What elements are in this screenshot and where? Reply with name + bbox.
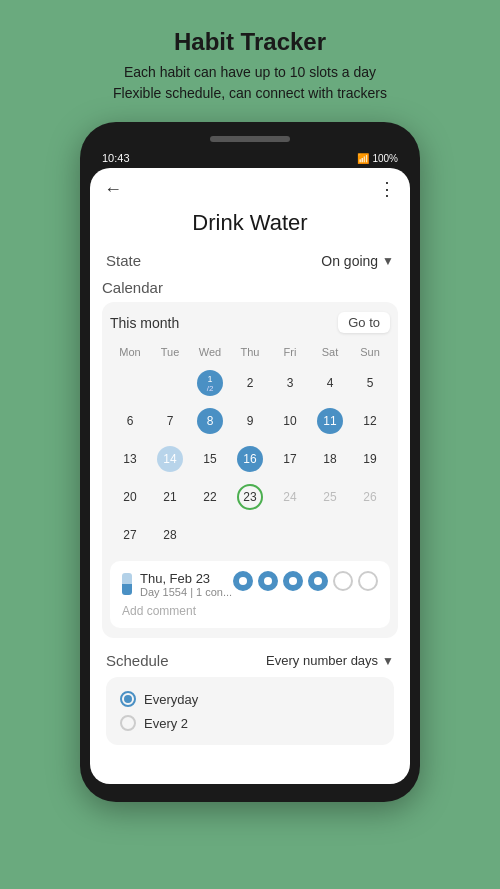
schedule-section: Schedule Every number days ▼ Everyday Ev… [90, 646, 410, 751]
calendar-label: Calendar [102, 279, 398, 296]
date-circle: 27 [117, 522, 143, 548]
date-circle: 2 [237, 370, 263, 396]
cal-cell[interactable]: 14 [150, 441, 190, 477]
cal-cell[interactable]: 10 [270, 403, 310, 439]
screen: ← ⋮ Drink Water State On going ▼ Calenda… [90, 168, 410, 784]
cal-cell[interactable]: 2 [230, 365, 270, 401]
header-sat: Sat [310, 341, 350, 363]
header-fri: Fri [270, 341, 310, 363]
cal-cell[interactable]: 18 [310, 441, 350, 477]
date-circle: 18 [317, 446, 343, 472]
cal-cell[interactable]: 9 [230, 403, 270, 439]
cal-row-1: 1 /2 2 3 4 5 [110, 365, 390, 401]
cal-cell[interactable]: 16 [230, 441, 270, 477]
every2-radio[interactable] [120, 715, 136, 731]
cal-cell[interactable]: 26 [350, 479, 390, 515]
cal-cell[interactable]: 12 [350, 403, 390, 439]
cal-row-3: 13 14 15 16 17 18 19 [110, 441, 390, 477]
cal-cell[interactable]: 23 [230, 479, 270, 515]
date-circle: 24 [277, 484, 303, 510]
schedule-label: Schedule [106, 652, 169, 669]
slot-1[interactable] [233, 571, 253, 591]
schedule-row: Schedule Every number days ▼ [106, 652, 394, 669]
date-circle: 8 [197, 408, 223, 434]
calendar-box: This month Go to Mon Tue Wed Thu Fri Sat… [102, 302, 398, 638]
header-wed: Wed [190, 341, 230, 363]
date-circle-today: 23 [237, 484, 263, 510]
date-circle: 26 [357, 484, 383, 510]
date-circle: 16 [237, 446, 263, 472]
add-comment[interactable]: Add comment [122, 604, 378, 618]
cal-cell[interactable]: 17 [270, 441, 310, 477]
cal-cell [310, 517, 350, 553]
cal-cell[interactable] [150, 365, 190, 401]
cal-cell[interactable]: 24 [270, 479, 310, 515]
header-tue: Tue [150, 341, 190, 363]
signal-icon: 📶 [357, 153, 369, 164]
cal-cell[interactable]: 3 [270, 365, 310, 401]
date-circle: 12 [357, 408, 383, 434]
date-circle: 21 [157, 484, 183, 510]
schedule-value-text: Every number days [266, 653, 378, 668]
go-to-button[interactable]: Go to [338, 312, 390, 333]
date-circle: 1 /2 [197, 370, 223, 396]
day-sub: Day 1554 | 1 con... [140, 586, 232, 598]
cal-cell[interactable]: 6 [110, 403, 150, 439]
option-everyday[interactable]: Everyday [120, 687, 380, 711]
date-circle: 20 [117, 484, 143, 510]
battery-icon: 100% [372, 153, 398, 164]
day-detail-card: Thu, Feb 23 Day 1554 | 1 con... [110, 561, 390, 628]
date-circle: 17 [277, 446, 303, 472]
cal-cell[interactable]: 13 [110, 441, 150, 477]
slot-5[interactable] [333, 571, 353, 591]
cal-cell[interactable]: 8 [190, 403, 230, 439]
phone-notch [210, 136, 290, 142]
schedule-dropdown[interactable]: Every number days ▼ [266, 653, 394, 668]
cal-cell[interactable]: 7 [150, 403, 190, 439]
cal-cell[interactable]: 28 [150, 517, 190, 553]
cal-cell[interactable]: 22 [190, 479, 230, 515]
cal-cell[interactable]: 5 [350, 365, 390, 401]
cal-cell[interactable]: 25 [310, 479, 350, 515]
header-mon: Mon [110, 341, 150, 363]
cal-cell[interactable]: 11 [310, 403, 350, 439]
back-button[interactable]: ← [104, 179, 122, 200]
cal-cell [350, 517, 390, 553]
date-circle: 28 [157, 522, 183, 548]
slots-row [233, 571, 378, 591]
day-header-row: Mon Tue Wed Thu Fri Sat Sun [110, 341, 390, 363]
cal-cell[interactable]: 27 [110, 517, 150, 553]
cal-cell[interactable]: 4 [310, 365, 350, 401]
phone-shell: 10:43 📶 100% ← ⋮ Drink Water State On go… [80, 122, 420, 802]
slot-6[interactable] [358, 571, 378, 591]
day-detail-info: Thu, Feb 23 Day 1554 | 1 con... [140, 571, 232, 598]
app-title: Habit Tracker [174, 28, 326, 56]
more-button[interactable]: ⋮ [378, 178, 396, 200]
everyday-radio[interactable] [120, 691, 136, 707]
slot-2[interactable] [258, 571, 278, 591]
option-every2[interactable]: Every 2 [120, 711, 380, 735]
app-subtitle: Each habit can have up to 10 slots a day… [113, 62, 387, 104]
date-circle: 3 [277, 370, 303, 396]
state-dropdown[interactable]: On going ▼ [321, 253, 394, 269]
cal-cell[interactable]: 19 [350, 441, 390, 477]
cal-cell[interactable]: 20 [110, 479, 150, 515]
slot-3[interactable] [283, 571, 303, 591]
cal-cell[interactable]: 1 /2 [190, 365, 230, 401]
cal-cell[interactable] [110, 365, 150, 401]
date-circle: 25 [317, 484, 343, 510]
everyday-label: Everyday [144, 692, 198, 707]
day-detail-left: Thu, Feb 23 Day 1554 | 1 con... [122, 571, 232, 598]
slot-4[interactable] [308, 571, 328, 591]
header-sun: Sun [350, 341, 390, 363]
cal-cell[interactable]: 15 [190, 441, 230, 477]
state-label: State [106, 252, 141, 269]
state-row: State On going ▼ [90, 248, 410, 273]
date-circle: 5 [357, 370, 383, 396]
habit-title: Drink Water [90, 204, 410, 248]
cal-cell[interactable]: 21 [150, 479, 190, 515]
calendar-grid: Mon Tue Wed Thu Fri Sat Sun [110, 341, 390, 553]
cal-row-5: 27 28 [110, 517, 390, 553]
date-circle: 13 [117, 446, 143, 472]
date-circle: 4 [317, 370, 343, 396]
